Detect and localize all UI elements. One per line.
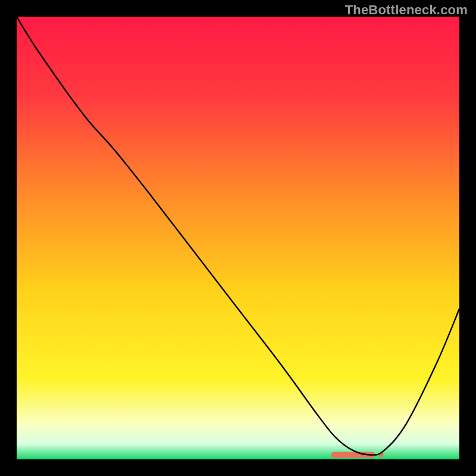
chart-frame: TheBottleneck.com (0, 0, 476, 476)
chart-background (17, 17, 459, 459)
chart-svg (17, 17, 459, 459)
chart-plot-area (17, 17, 459, 459)
watermark-text: TheBottleneck.com (345, 2, 468, 18)
